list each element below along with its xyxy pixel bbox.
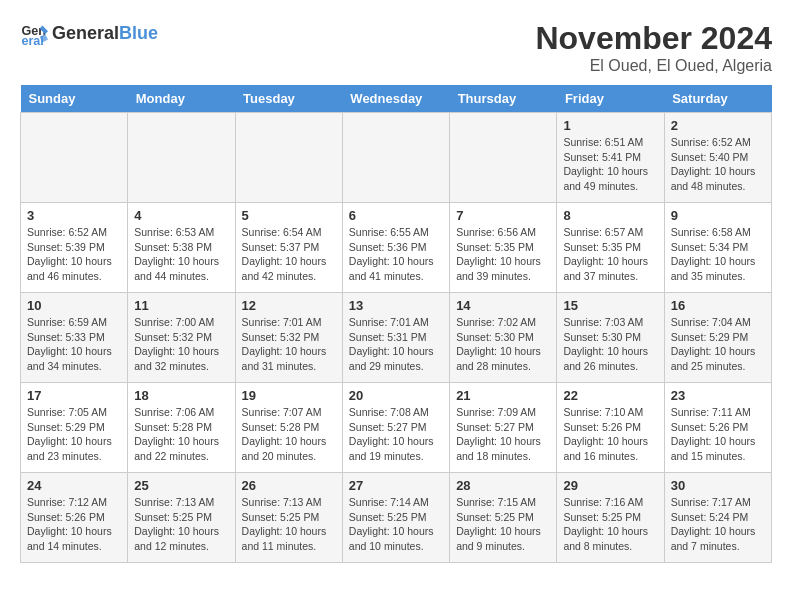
day-number: 9 (671, 208, 765, 223)
day-header-tuesday: Tuesday (235, 85, 342, 113)
day-info: Sunrise: 6:52 AM Sunset: 5:40 PM Dayligh… (671, 135, 765, 194)
calendar-cell: 29Sunrise: 7:16 AM Sunset: 5:25 PM Dayli… (557, 473, 664, 563)
day-number: 18 (134, 388, 228, 403)
day-number: 14 (456, 298, 550, 313)
calendar-table: SundayMondayTuesdayWednesdayThursdayFrid… (20, 85, 772, 563)
calendar-cell: 13Sunrise: 7:01 AM Sunset: 5:31 PM Dayli… (342, 293, 449, 383)
day-number: 4 (134, 208, 228, 223)
day-number: 29 (563, 478, 657, 493)
day-info: Sunrise: 6:57 AM Sunset: 5:35 PM Dayligh… (563, 225, 657, 284)
day-number: 26 (242, 478, 336, 493)
day-number: 28 (456, 478, 550, 493)
day-info: Sunrise: 7:09 AM Sunset: 5:27 PM Dayligh… (456, 405, 550, 464)
day-info: Sunrise: 7:00 AM Sunset: 5:32 PM Dayligh… (134, 315, 228, 374)
day-info: Sunrise: 6:51 AM Sunset: 5:41 PM Dayligh… (563, 135, 657, 194)
day-header-friday: Friday (557, 85, 664, 113)
calendar-cell: 30Sunrise: 7:17 AM Sunset: 5:24 PM Dayli… (664, 473, 771, 563)
day-number: 27 (349, 478, 443, 493)
day-number: 25 (134, 478, 228, 493)
day-info: Sunrise: 7:01 AM Sunset: 5:31 PM Dayligh… (349, 315, 443, 374)
calendar-week-5: 24Sunrise: 7:12 AM Sunset: 5:26 PM Dayli… (21, 473, 772, 563)
day-info: Sunrise: 7:13 AM Sunset: 5:25 PM Dayligh… (134, 495, 228, 554)
calendar-week-1: 1Sunrise: 6:51 AM Sunset: 5:41 PM Daylig… (21, 113, 772, 203)
day-number: 8 (563, 208, 657, 223)
day-info: Sunrise: 7:15 AM Sunset: 5:25 PM Dayligh… (456, 495, 550, 554)
day-info: Sunrise: 7:08 AM Sunset: 5:27 PM Dayligh… (349, 405, 443, 464)
day-number: 15 (563, 298, 657, 313)
calendar-cell: 5Sunrise: 6:54 AM Sunset: 5:37 PM Daylig… (235, 203, 342, 293)
day-info: Sunrise: 6:55 AM Sunset: 5:36 PM Dayligh… (349, 225, 443, 284)
day-info: Sunrise: 7:05 AM Sunset: 5:29 PM Dayligh… (27, 405, 121, 464)
day-header-thursday: Thursday (450, 85, 557, 113)
calendar-cell: 12Sunrise: 7:01 AM Sunset: 5:32 PM Dayli… (235, 293, 342, 383)
day-number: 21 (456, 388, 550, 403)
day-info: Sunrise: 6:56 AM Sunset: 5:35 PM Dayligh… (456, 225, 550, 284)
day-info: Sunrise: 6:58 AM Sunset: 5:34 PM Dayligh… (671, 225, 765, 284)
calendar-cell: 24Sunrise: 7:12 AM Sunset: 5:26 PM Dayli… (21, 473, 128, 563)
day-info: Sunrise: 7:06 AM Sunset: 5:28 PM Dayligh… (134, 405, 228, 464)
day-number: 1 (563, 118, 657, 133)
svg-text:eral: eral (21, 34, 43, 48)
calendar-cell: 25Sunrise: 7:13 AM Sunset: 5:25 PM Dayli… (128, 473, 235, 563)
day-number: 20 (349, 388, 443, 403)
calendar-cell: 27Sunrise: 7:14 AM Sunset: 5:25 PM Dayli… (342, 473, 449, 563)
title-area: November 2024 El Oued, El Oued, Algeria (535, 20, 772, 75)
day-header-sunday: Sunday (21, 85, 128, 113)
day-number: 11 (134, 298, 228, 313)
day-info: Sunrise: 7:14 AM Sunset: 5:25 PM Dayligh… (349, 495, 443, 554)
day-info: Sunrise: 6:59 AM Sunset: 5:33 PM Dayligh… (27, 315, 121, 374)
day-info: Sunrise: 7:12 AM Sunset: 5:26 PM Dayligh… (27, 495, 121, 554)
day-number: 7 (456, 208, 550, 223)
day-header-wednesday: Wednesday (342, 85, 449, 113)
calendar-cell: 6Sunrise: 6:55 AM Sunset: 5:36 PM Daylig… (342, 203, 449, 293)
calendar-cell: 26Sunrise: 7:13 AM Sunset: 5:25 PM Dayli… (235, 473, 342, 563)
day-number: 23 (671, 388, 765, 403)
calendar-cell (450, 113, 557, 203)
day-number: 3 (27, 208, 121, 223)
calendar-cell: 8Sunrise: 6:57 AM Sunset: 5:35 PM Daylig… (557, 203, 664, 293)
day-number: 17 (27, 388, 121, 403)
day-number: 24 (27, 478, 121, 493)
day-header-saturday: Saturday (664, 85, 771, 113)
calendar-cell: 9Sunrise: 6:58 AM Sunset: 5:34 PM Daylig… (664, 203, 771, 293)
calendar-cell: 3Sunrise: 6:52 AM Sunset: 5:39 PM Daylig… (21, 203, 128, 293)
calendar-cell (342, 113, 449, 203)
day-number: 5 (242, 208, 336, 223)
month-title: November 2024 (535, 20, 772, 57)
calendar-cell (21, 113, 128, 203)
day-info: Sunrise: 7:16 AM Sunset: 5:25 PM Dayligh… (563, 495, 657, 554)
logo-text: GeneralBlue (52, 24, 158, 44)
day-info: Sunrise: 7:11 AM Sunset: 5:26 PM Dayligh… (671, 405, 765, 464)
day-info: Sunrise: 7:02 AM Sunset: 5:30 PM Dayligh… (456, 315, 550, 374)
calendar-cell: 22Sunrise: 7:10 AM Sunset: 5:26 PM Dayli… (557, 383, 664, 473)
calendar-cell: 15Sunrise: 7:03 AM Sunset: 5:30 PM Dayli… (557, 293, 664, 383)
calendar-cell: 17Sunrise: 7:05 AM Sunset: 5:29 PM Dayli… (21, 383, 128, 473)
day-number: 10 (27, 298, 121, 313)
location-title: El Oued, El Oued, Algeria (535, 57, 772, 75)
day-number: 6 (349, 208, 443, 223)
day-number: 22 (563, 388, 657, 403)
day-info: Sunrise: 7:04 AM Sunset: 5:29 PM Dayligh… (671, 315, 765, 374)
calendar-cell: 10Sunrise: 6:59 AM Sunset: 5:33 PM Dayli… (21, 293, 128, 383)
calendar-cell: 20Sunrise: 7:08 AM Sunset: 5:27 PM Dayli… (342, 383, 449, 473)
day-number: 13 (349, 298, 443, 313)
calendar-week-3: 10Sunrise: 6:59 AM Sunset: 5:33 PM Dayli… (21, 293, 772, 383)
logo: Gen eral GeneralBlue (20, 20, 158, 48)
calendar-cell: 4Sunrise: 6:53 AM Sunset: 5:38 PM Daylig… (128, 203, 235, 293)
calendar-cell: 2Sunrise: 6:52 AM Sunset: 5:40 PM Daylig… (664, 113, 771, 203)
calendar-cell: 28Sunrise: 7:15 AM Sunset: 5:25 PM Dayli… (450, 473, 557, 563)
day-info: Sunrise: 7:07 AM Sunset: 5:28 PM Dayligh… (242, 405, 336, 464)
calendar-week-2: 3Sunrise: 6:52 AM Sunset: 5:39 PM Daylig… (21, 203, 772, 293)
day-number: 19 (242, 388, 336, 403)
calendar-cell: 14Sunrise: 7:02 AM Sunset: 5:30 PM Dayli… (450, 293, 557, 383)
logo-icon: Gen eral (20, 20, 48, 48)
day-number: 2 (671, 118, 765, 133)
calendar-cell: 11Sunrise: 7:00 AM Sunset: 5:32 PM Dayli… (128, 293, 235, 383)
days-header-row: SundayMondayTuesdayWednesdayThursdayFrid… (21, 85, 772, 113)
day-info: Sunrise: 6:54 AM Sunset: 5:37 PM Dayligh… (242, 225, 336, 284)
calendar-cell (128, 113, 235, 203)
day-info: Sunrise: 6:52 AM Sunset: 5:39 PM Dayligh… (27, 225, 121, 284)
calendar-cell: 1Sunrise: 6:51 AM Sunset: 5:41 PM Daylig… (557, 113, 664, 203)
day-info: Sunrise: 7:17 AM Sunset: 5:24 PM Dayligh… (671, 495, 765, 554)
day-header-monday: Monday (128, 85, 235, 113)
